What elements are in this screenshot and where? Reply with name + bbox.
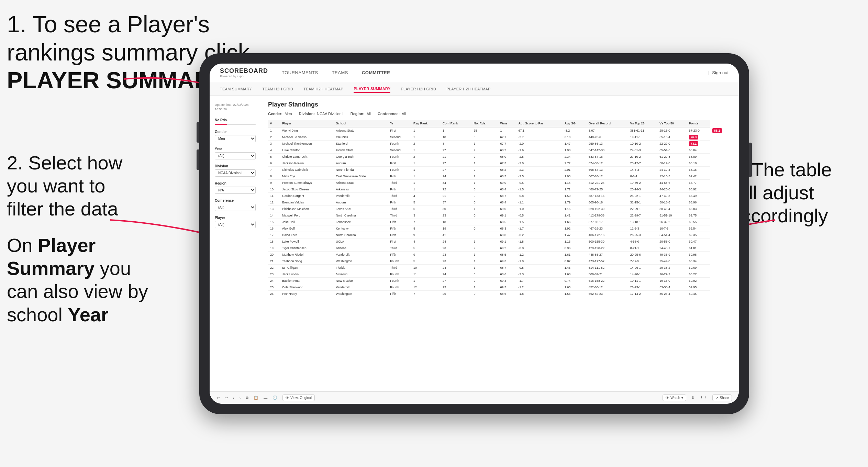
sign-out-link[interactable]: Sign out <box>712 70 728 75</box>
table-row[interactable]: 10Jacob Skov OlesenArkansasFifth172068.4… <box>268 186 732 193</box>
watch-button[interactable]: 👁 Watch ▾ <box>663 394 686 401</box>
table-row[interactable]: 2Michael Le SassoOle MissSecond118067.1-… <box>268 134 732 141</box>
subnav-player-h2h-heatmap[interactable]: PLAYER H2H HEATMAP <box>446 86 490 92</box>
table-row[interactable]: 11Gordon SargentVanderbiltThird421068.7-… <box>268 193 732 199</box>
table-cell: UCLA <box>334 238 388 245</box>
table-row[interactable]: 14Maxwell FordNorth CarolinaThird323069.… <box>268 212 732 219</box>
table-cell: 1.61 <box>563 252 587 258</box>
nav-committee[interactable]: COMMITTEE <box>362 69 390 77</box>
table-cell: 616-168-22 <box>587 278 628 284</box>
table-cell: 440-26-6 <box>587 134 628 141</box>
division-select[interactable]: NCAA Division I <box>215 169 256 177</box>
table-cell: 1 <box>411 180 441 186</box>
table-cell: -1.8 <box>516 238 563 245</box>
grid-icon[interactable]: ⋮⋮ <box>700 396 707 400</box>
table-cell: North Carolina <box>334 232 388 238</box>
table-cell: Gordon Sargent <box>280 193 334 199</box>
table-cell: 25-22-1 <box>628 193 658 199</box>
subnav-team-summary[interactable]: TEAM SUMMARY <box>220 86 252 92</box>
table-row[interactable]: 12Brendan ValdesAuburnFifth537068.4-1.11… <box>268 199 732 206</box>
region-select[interactable]: N/A <box>215 187 256 194</box>
table-cell: 59.45 <box>687 291 710 297</box>
tablet-volume-down <box>197 149 199 170</box>
table-cell: -1.2 <box>516 252 563 258</box>
subnav-player-summary[interactable]: PLAYER SUMMARY <box>354 85 390 93</box>
table-cell: 0.87 <box>563 258 587 265</box>
table-cell: 67.42 <box>687 173 710 180</box>
table-row[interactable]: 6Jackson KoivunAuburnFirst127167.3-2.02.… <box>268 160 732 167</box>
table-cell: 23 <box>441 258 472 265</box>
subnav-player-h2h-grid[interactable]: PLAYER H2H GRID <box>401 86 436 92</box>
table-row[interactable]: 4Luke ClantonFlorida StateSecond127268.2… <box>268 147 732 154</box>
table-cell: 65-54-6 <box>657 147 687 154</box>
undo-icon[interactable]: ↩ <box>216 396 220 400</box>
table-cell: Wenyi Ding <box>280 127 334 134</box>
table-cell: 28-15-0 <box>657 127 687 134</box>
table-cell: 412-221-24 <box>587 180 628 186</box>
table-row[interactable]: 21Taehoon SongWashingtonFourth523169.3-1… <box>268 258 732 265</box>
table-row[interactable]: 9Preston SummerhaysArizona StateThird134… <box>268 180 732 186</box>
table-row[interactable]: 24Bastien AmatNew MexicoFourth127269.4-1… <box>268 278 732 284</box>
table-cell: 24-31-3 <box>628 147 658 154</box>
table-cell: 68.7 <box>498 193 516 199</box>
table-row[interactable]: 1Wenyi DingArizona StateFirst1115167.1-3… <box>268 127 732 134</box>
nav-tournaments[interactable]: TOURNAMENTS <box>282 69 318 77</box>
table-cell: Phichaksn Maichon <box>280 206 334 212</box>
copy-icon[interactable]: ⧉ <box>246 396 248 400</box>
table-row[interactable]: 8Mats EgeEast Tennessee StateFifth124268… <box>268 173 732 180</box>
table-cell: Second <box>388 147 411 154</box>
table-cell: 514-111-52 <box>587 265 628 271</box>
table-cell: Third <box>388 265 411 271</box>
col-player: Player <box>280 120 334 127</box>
table-row[interactable]: 19Tiger ChristensenArizonaThird523269.2-… <box>268 245 732 252</box>
header-row: # Player School Yr Reg Rank Conf Rank No… <box>268 120 732 127</box>
gender-select[interactable]: Men <box>215 135 256 142</box>
col-no-rds: No. Rds. <box>471 120 498 127</box>
paste-icon[interactable]: 📋 <box>254 396 258 400</box>
view-original-button[interactable]: 👁 View: Original <box>282 394 315 401</box>
table-cell: 4-58-0 <box>628 238 658 245</box>
table-cell: 21 <box>268 258 280 265</box>
next-icon[interactable]: › <box>240 396 241 400</box>
prev-icon[interactable]: ‹ <box>233 396 234 400</box>
tablet-device: SCOREBOARD Powered by clippi TOURNAMENTS… <box>199 53 749 414</box>
table-row[interactable]: 13Phichaksn MaichonTexas A&MThird630169.… <box>268 206 732 212</box>
nav-teams[interactable]: TEAMS <box>332 69 348 77</box>
table-row[interactable]: 3Michael ThorbjornsenStanfordFourth28167… <box>268 141 732 147</box>
table-cell: 67.7 <box>498 141 516 147</box>
table-cell: 14 <box>268 212 280 219</box>
table-row[interactable]: 5Christo LamprechtGeorgia TechFourth2212… <box>268 154 732 160</box>
table-cell: 61.81 <box>687 245 710 252</box>
division-filter: Division NCAA Division I <box>215 164 256 177</box>
table-cell: 62.54 <box>687 225 710 232</box>
table-row[interactable]: 22Ian GilliganFloridaThird1024168.7-0.81… <box>268 265 732 271</box>
redo-icon[interactable]: ↪ <box>225 396 228 400</box>
table-cell: 67.1 <box>498 134 516 141</box>
share-button[interactable]: ↗ Share <box>712 394 732 401</box>
subnav-team-h2h-heatmap[interactable]: TEAM H2H HEATMAP <box>303 86 343 92</box>
table-row[interactable]: 7Nicholas GabrelcikNorth FloridaFourth12… <box>268 167 732 173</box>
conference-display: Conference: All <box>378 112 406 116</box>
table-cell: 60.34 <box>687 258 710 265</box>
year-select[interactable]: (All) <box>215 152 256 159</box>
table-row[interactable]: 26Petr HrubyWashingtonFifth725068.6-1.81… <box>268 291 732 297</box>
table-cell: -2.3 <box>516 271 563 278</box>
conference-select[interactable]: (All) <box>215 204 256 211</box>
player-select[interactable]: (All) <box>215 221 256 228</box>
table-cell: 4 <box>268 147 280 154</box>
subnav-team-h2h-grid[interactable]: TEAM H2H GRID <box>262 86 293 92</box>
table-row[interactable]: 15Jake HallTennesseeFifth718068.5-1.51.6… <box>268 219 732 225</box>
table-row[interactable]: 25Cole SherwoodVanderbiltFourth1223169.3… <box>268 284 732 291</box>
table-cell: Fifth <box>388 186 411 193</box>
table-cell: 2.34 <box>563 154 587 160</box>
table-cell: 0 <box>471 193 498 199</box>
table-row[interactable]: 20Matthew RiedelVanderbiltFifth923168.5-… <box>268 252 732 258</box>
download-icon[interactable]: ⬇ <box>691 396 694 400</box>
table-row[interactable]: 17David FordNorth CarolinaFifth941069.0-… <box>268 232 732 238</box>
table-row[interactable]: 16Alex GoffKentuckyFifth819068.3-1.71.92… <box>268 225 732 232</box>
table-row[interactable]: 18Luke PowellUCLAFirst424169.1-1.81.1350… <box>268 238 732 245</box>
table-cell: Third <box>388 212 411 219</box>
table-row[interactable]: 23Jack LundinMissouriFourth1124068.6-2.3… <box>268 271 732 278</box>
slider-container[interactable] <box>215 124 256 125</box>
table-cell: 0.96 <box>563 245 587 252</box>
